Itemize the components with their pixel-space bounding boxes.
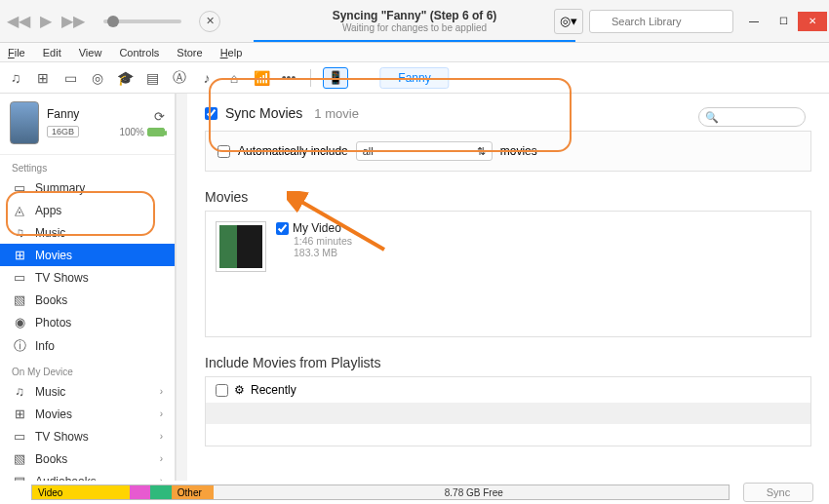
sync-button[interactable]: Sync <box>743 483 813 502</box>
device-thumb <box>10 101 39 144</box>
playlist-row[interactable]: ⚙ Recently <box>206 377 810 403</box>
capacity-seg-other: Other <box>172 485 214 499</box>
playlist-checkbox[interactable] <box>216 384 228 397</box>
apps-icon: ◬ <box>12 203 27 217</box>
close-window-button[interactable]: ✕ <box>798 12 827 31</box>
movies-icon: ⊞ <box>12 248 27 262</box>
playlist-label: Recently <box>251 383 296 397</box>
movies-icon: ⊞ <box>12 407 27 421</box>
books-icon: ▧ <box>12 451 27 466</box>
device-header: Fanny 16GB ⟳ 100% <box>0 94 175 155</box>
chevron-icon: › <box>160 453 163 464</box>
movie-thumbnail[interactable] <box>216 221 266 272</box>
chevron-icon: › <box>160 408 163 419</box>
menu-store[interactable]: Store <box>173 45 206 60</box>
menu-file[interactable]: File <box>4 45 29 60</box>
movie-duration: 1:46 minutes <box>294 235 352 247</box>
podcasts-tab-icon[interactable]: ◎ <box>88 68 107 88</box>
volume-slider[interactable] <box>103 19 181 23</box>
auto-include-label: Automatically include <box>238 144 348 158</box>
minimize-button[interactable]: — <box>739 12 769 31</box>
auto-include-suffix: movies <box>500 144 537 158</box>
sync-subtitle: Waiting for changes to be applied <box>342 22 487 33</box>
sidebar-item-od-audiobooks[interactable]: ▤Audiobooks› <box>0 470 175 481</box>
sidebar-section-settings: Settings <box>0 155 175 176</box>
sidebar-scrollbar[interactable] <box>176 94 187 481</box>
sidebar-item-movies[interactable]: ⊞Movies <box>0 244 175 266</box>
sync-movies-label: Sync Movies <box>225 105 302 121</box>
sidebar-item-apps[interactable]: ◬Apps <box>0 199 175 221</box>
menu-view[interactable]: View <box>75 45 106 60</box>
device-capacity: 16GB <box>47 126 79 137</box>
menu-controls[interactable]: Controls <box>115 45 163 60</box>
sidebar-item-summary[interactable]: ▭Summary <box>0 176 175 199</box>
sidebar-item-info[interactable]: ⓘInfo <box>0 333 175 359</box>
tv-tab-icon[interactable]: ▭ <box>60 68 80 88</box>
photos-icon: ◉ <box>12 315 27 330</box>
itunesu-tab-icon[interactable]: 🎓 <box>115 68 135 88</box>
battery-icon <box>147 128 165 136</box>
sidebar-item-od-movies[interactable]: ⊞Movies› <box>0 403 175 425</box>
sidebar-item-books[interactable]: ▧Books <box>0 289 175 311</box>
radio-tab-icon[interactable]: 📶 <box>252 68 271 88</box>
music-tab-icon[interactable]: ♫ <box>6 68 25 88</box>
tv-icon: ▭ <box>12 270 27 285</box>
device-button[interactable]: 📱 <box>323 67 348 89</box>
device-name-pill[interactable]: Fanny <box>379 67 449 89</box>
gear-icon: ⚙ <box>234 383 245 397</box>
playlist-empty-row <box>206 424 810 446</box>
footer: Video Other 8.78 GB Free Sync <box>0 481 829 504</box>
movie-size: 183.3 MB <box>294 247 352 258</box>
refresh-icon[interactable]: ⟳ <box>154 109 165 124</box>
movies-tab-icon[interactable]: ⊞ <box>33 68 53 88</box>
next-button[interactable]: ▶▶ <box>60 9 86 34</box>
info-icon: ⓘ <box>12 337 27 355</box>
sidebar-item-tvshows[interactable]: ▭TV Shows <box>0 266 175 289</box>
apps-tab-icon[interactable]: Ⓐ <box>170 68 189 88</box>
menu-edit[interactable]: Edit <box>39 45 65 60</box>
movie-item-checkbox[interactable] <box>276 222 289 235</box>
battery-pct: 100% <box>119 127 144 137</box>
auto-include-checkbox[interactable] <box>217 145 230 158</box>
menu-help[interactable]: Help <box>217 45 247 60</box>
cancel-sync-button[interactable]: ✕ <box>199 11 220 32</box>
content-search[interactable]: 🔍 <box>698 107 806 127</box>
sidebar-item-od-music[interactable]: ♫Music› <box>0 380 175 403</box>
search-library-input[interactable] <box>589 10 733 33</box>
chevron-icon: › <box>160 386 163 397</box>
sharing-tab-icon[interactable]: ⌂ <box>224 68 244 88</box>
chevron-updown-icon: ⇅ <box>477 145 486 158</box>
play-button[interactable]: ▶ <box>33 9 59 34</box>
tv-icon: ▭ <box>12 429 27 444</box>
auto-include-row: Automatically include all⇅ movies <box>205 131 811 172</box>
sync-movies-checkbox[interactable] <box>205 107 217 120</box>
playlist-empty-row <box>206 403 810 424</box>
maximize-button[interactable]: ☐ <box>769 12 798 31</box>
movie-count: 1 movie <box>314 106 359 121</box>
books-tab-icon[interactable]: ▤ <box>142 68 162 88</box>
content-pane: Sync Movies 1 movie 🔍 Automatically incl… <box>187 94 829 481</box>
capacity-seg-green <box>150 485 171 499</box>
music-icon: ♫ <box>12 225 27 240</box>
sidebar-item-photos[interactable]: ◉Photos <box>0 311 175 333</box>
prev-button[interactable]: ◀◀ <box>6 9 31 34</box>
playlists-section-header: Include Movies from Playlists <box>205 355 811 370</box>
menubar: File Edit View Controls Store Help <box>0 43 829 62</box>
capacity-bar: Video Other 8.78 GB Free <box>31 485 730 500</box>
device-name-label: Fanny <box>47 107 111 121</box>
capacity-free: 8.78 GB Free <box>214 485 729 499</box>
more-tab-icon[interactable]: ••• <box>279 68 298 88</box>
books-icon: ▧ <box>12 292 27 307</box>
sidebar: Fanny 16GB ⟳ 100% Settings ▭Summary ◬App… <box>0 94 176 481</box>
sidebar-item-music[interactable]: ♫Music <box>0 221 175 244</box>
sidebar-item-od-tv[interactable]: ▭TV Shows› <box>0 425 175 447</box>
auto-include-select[interactable]: all⇅ <box>356 141 493 161</box>
capacity-seg-pink <box>130 485 150 499</box>
tones-tab-icon[interactable]: ♪ <box>197 68 217 88</box>
sync-title: Syncing "Fanny" (Step 6 of 6) <box>333 9 497 22</box>
account-button[interactable]: ◎▾ <box>554 9 583 34</box>
sidebar-item-od-books[interactable]: ▧Books› <box>0 447 175 470</box>
capacity-seg-video: Video <box>32 485 130 499</box>
summary-icon: ▭ <box>12 180 27 195</box>
toolbar: ♫ ⊞ ▭ ◎ 🎓 ▤ Ⓐ ♪ ⌂ 📶 ••• 📱 Fanny <box>0 62 829 94</box>
